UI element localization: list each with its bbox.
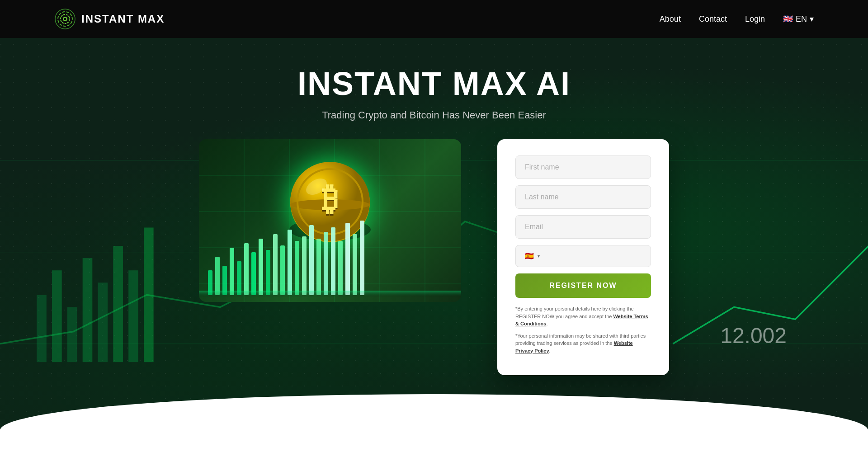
phone-flag: 🇪🇸 [525, 252, 534, 260]
last-name-input[interactable] [515, 185, 651, 209]
svg-rect-55 [302, 236, 307, 295]
lang-code: EN [796, 14, 807, 24]
svg-rect-43 [215, 257, 220, 295]
svg-rect-59 [331, 227, 335, 295]
svg-rect-21 [98, 282, 108, 362]
svg-rect-53 [288, 230, 292, 295]
nav-about[interactable]: About [660, 14, 681, 24]
hero-title: INSTANT MAX AI [297, 65, 571, 102]
svg-rect-47 [244, 243, 249, 295]
below-fold-section: Instant Max AI: Your Gateway to Cryptocu… [0, 429, 868, 452]
disclaimer-terms: *By entering your personal details here … [515, 305, 651, 328]
navbar: INSTANT MAX About Contact Login 🇬🇧 EN ▾ [0, 0, 868, 38]
logo-icon [54, 8, 76, 30]
register-button[interactable]: REGISTER NOW [515, 273, 651, 298]
nav-login[interactable]: Login [745, 14, 765, 24]
logo-area[interactable]: INSTANT MAX [54, 8, 165, 30]
svg-rect-61 [345, 223, 350, 295]
svg-rect-49 [259, 239, 263, 295]
svg-rect-18 [52, 270, 62, 362]
logo-text: INSTANT MAX [81, 13, 165, 25]
svg-rect-56 [309, 225, 314, 295]
svg-rect-17 [37, 295, 47, 362]
bitcoin-card: ₿ ₿ [199, 139, 461, 302]
nav-contact[interactable]: Contact [699, 14, 727, 24]
svg-rect-57 [316, 239, 321, 295]
hero-section: INSTANT MAX AI Trading Crypto and Bitcoi… [0, 38, 868, 429]
bitcoin-candles-svg [199, 216, 461, 297]
svg-rect-22 [113, 246, 123, 362]
hero-main: ₿ ₿ [140, 139, 728, 375]
svg-rect-48 [251, 252, 256, 295]
svg-rect-63 [360, 221, 364, 295]
svg-rect-50 [266, 250, 270, 295]
first-name-input[interactable] [515, 155, 651, 179]
svg-rect-58 [324, 232, 328, 295]
nav-language[interactable]: 🇬🇧 EN ▾ [783, 14, 814, 24]
svg-rect-62 [353, 234, 357, 295]
price-display: 12.002 [720, 323, 787, 348]
svg-rect-51 [273, 234, 278, 295]
nav-links: About Contact Login 🇬🇧 EN ▾ [660, 14, 814, 24]
svg-rect-20 [83, 258, 93, 362]
svg-rect-23 [128, 270, 138, 362]
email-input[interactable] [515, 215, 651, 239]
hero-content: INSTANT MAX AI Trading Crypto and Bitcoi… [297, 65, 571, 121]
phone-caret-icon: ▾ [538, 254, 540, 259]
svg-point-4 [64, 18, 66, 20]
svg-rect-60 [338, 241, 343, 295]
hero-subtitle: Trading Crypto and Bitcoin Has Never Bee… [297, 109, 571, 121]
disclaimer-privacy: *Your personal information may be shared… [515, 332, 651, 355]
bitcoin-visual: ₿ ₿ [199, 139, 461, 302]
svg-rect-19 [67, 307, 77, 362]
svg-rect-46 [237, 261, 241, 295]
svg-rect-45 [230, 248, 234, 295]
flag-icon: 🇬🇧 [783, 14, 793, 24]
svg-rect-54 [295, 241, 299, 295]
svg-rect-64 [199, 291, 461, 297]
svg-rect-52 [280, 245, 285, 295]
chevron-down-icon: ▾ [810, 14, 814, 24]
registration-form: 🇪🇸 ▾ REGISTER NOW *By entering your pers… [497, 139, 669, 375]
phone-field[interactable]: 🇪🇸 ▾ [515, 245, 651, 267]
